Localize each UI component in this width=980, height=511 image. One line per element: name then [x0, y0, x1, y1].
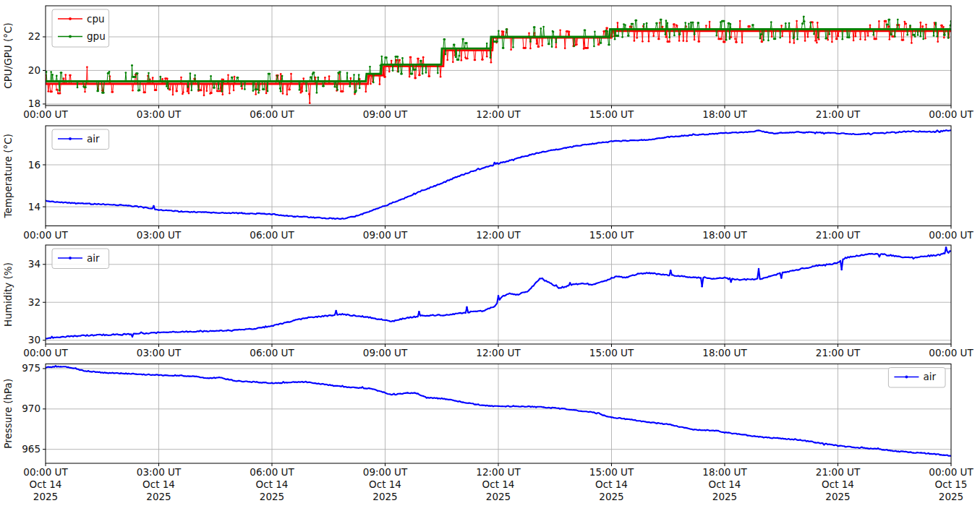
- series-air-bead: [256, 327, 257, 329]
- series-cpu-marker: [937, 40, 939, 43]
- series-air-bead: [445, 398, 446, 400]
- series-air-bead: [535, 407, 537, 408]
- series-gpu-marker: [944, 34, 946, 36]
- series-gpu-marker: [848, 36, 851, 38]
- series-air-bead: [385, 392, 386, 393]
- series-air-bead: [792, 132, 793, 133]
- series-cpu-marker: [221, 93, 223, 95]
- series-gpu-marker: [656, 22, 658, 25]
- series-air-bead: [505, 294, 506, 296]
- series-air-bead: [354, 216, 356, 218]
- series-gpu-marker: [666, 22, 668, 25]
- series-air-bead: [905, 451, 906, 452]
- series-air-bead: [346, 314, 348, 315]
- panel-1-x-tick-label: 18:00 UT: [702, 229, 747, 241]
- series-cpu-marker: [308, 93, 310, 95]
- series-cpu-marker: [59, 93, 61, 95]
- series-cpu-marker: [855, 35, 857, 38]
- series-air-bead: [302, 381, 303, 382]
- panel-3-x-tick-label: 03:00 UT: [137, 466, 182, 478]
- series-gpu-marker: [369, 66, 371, 68]
- series-air-bead: [890, 132, 892, 133]
- series-air-bead: [188, 376, 189, 377]
- series-air-marker: [494, 162, 496, 164]
- series-gpu-marker: [729, 38, 731, 40]
- series-air-bead: [702, 429, 703, 431]
- series-cpu-marker: [678, 40, 681, 42]
- series-cpu-marker: [568, 30, 571, 33]
- series-gpu-marker: [108, 71, 111, 73]
- series-air-bead: [746, 435, 748, 437]
- series-air-bead: [414, 194, 416, 195]
- series-cpu-marker: [642, 40, 644, 43]
- series-air-bead: [505, 161, 506, 163]
- series-air-marker: [879, 256, 881, 258]
- series-air-bead: [731, 278, 733, 280]
- series-air-bead: [309, 317, 310, 318]
- series-cpu-marker: [69, 74, 72, 77]
- series-air-bead: [460, 401, 461, 403]
- series-air-bead: [860, 255, 861, 257]
- series-air-bead: [626, 276, 627, 278]
- series-cpu-marker: [203, 95, 205, 97]
- series-cpu-marker: [410, 56, 412, 59]
- series-gpu-marker: [529, 40, 532, 43]
- series-air-marker: [466, 306, 468, 309]
- series-gpu-marker: [796, 38, 798, 40]
- series-gpu-marker: [269, 73, 271, 75]
- series-gpu-marker: [512, 46, 514, 48]
- series-air-bead: [528, 290, 529, 291]
- panel-1-x-tick-label: 12:00 UT: [476, 229, 521, 241]
- series-air-bead: [686, 276, 688, 278]
- series-air-bead: [67, 335, 69, 337]
- series-air-bead: [82, 203, 84, 205]
- series-air-bead: [332, 218, 333, 220]
- series-air-bead: [490, 165, 492, 166]
- legend-label-gpu: gpu: [87, 30, 106, 42]
- series-air-bead: [739, 279, 741, 280]
- series-gpu-marker: [412, 73, 414, 75]
- series-air-bead: [294, 382, 295, 383]
- series-air-bead: [188, 331, 189, 332]
- series-air-bead: [309, 217, 310, 218]
- series-cpu-marker: [222, 79, 224, 81]
- series-cpu-marker: [474, 59, 477, 61]
- series-cpu-marker: [64, 74, 67, 76]
- series-air-bead: [211, 330, 213, 332]
- series-air-bead: [573, 283, 574, 285]
- series-air-bead: [286, 215, 288, 216]
- series-gpu-marker: [125, 72, 127, 74]
- series-air-bead: [392, 320, 393, 322]
- panel-0-x-tick-label: 21:00 UT: [816, 108, 861, 120]
- series-air-bead: [324, 315, 325, 317]
- series-air-bead: [626, 418, 627, 420]
- panel-0-x-tick-label: 15:00 UT: [589, 108, 634, 120]
- series-cpu-marker: [761, 40, 763, 43]
- series-air-bead: [746, 278, 748, 280]
- series-air-bead: [913, 130, 914, 132]
- series-cpu-marker: [349, 77, 351, 80]
- series-gpu-marker: [490, 56, 492, 59]
- panel-3-x-tick-label: 06:00 UT: [250, 466, 294, 478]
- x-date-label: Oct 14: [595, 478, 628, 490]
- series-gpu-marker: [425, 72, 427, 74]
- series-cpu-marker: [255, 93, 257, 95]
- series-gpu-marker: [267, 90, 269, 93]
- series-air-bead: [475, 404, 477, 405]
- series-cpu-marker: [229, 93, 231, 95]
- series-air-bead: [113, 372, 114, 374]
- series-air-bead: [724, 432, 725, 434]
- series-cpu-marker: [875, 38, 877, 40]
- series-cpu-marker: [84, 91, 86, 93]
- series-gpu-marker: [584, 29, 587, 31]
- series-cpu-marker: [617, 22, 619, 24]
- series-cpu-marker: [780, 25, 783, 27]
- series-air-bead: [799, 268, 801, 270]
- panel-2-x-tick-label: 00:00 UT: [23, 347, 68, 358]
- series-air-bead: [664, 274, 665, 275]
- series-air-bead: [890, 254, 892, 256]
- series-air-bead: [770, 132, 771, 134]
- series-air-bead: [113, 204, 114, 205]
- series-gpu-marker: [392, 69, 394, 72]
- series-air-bead: [814, 442, 816, 443]
